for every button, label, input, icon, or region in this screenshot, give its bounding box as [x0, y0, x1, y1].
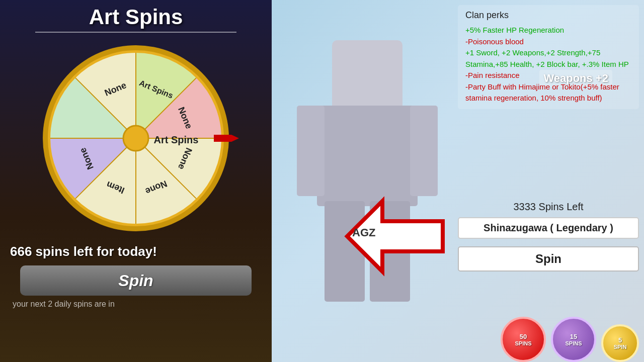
wheel-center — [123, 126, 148, 151]
page-title: Art Spins — [89, 5, 183, 29]
clan-name-display: Shinazugawa ( Legendary ) — [458, 217, 639, 239]
agz-label: AGZ — [352, 226, 375, 239]
segment-label-active: Art Spins — [154, 134, 199, 145]
right-panel: Weapons +2 Clan perks +5% Faster HP Rege… — [272, 0, 644, 362]
spin-tokens-container: 50 SPINS 15 SPINS 5 SPIN — [501, 317, 639, 362]
token-50-spins[interactable]: 50 SPINS — [501, 317, 546, 362]
wheel-svg: None Art Spins None None None Item None … — [40, 43, 231, 234]
clan-perks-title: Clan perks — [465, 10, 631, 21]
clan-perks-box: Clan perks +5% Faster HP Regeneration -P… — [458, 5, 639, 109]
perk-line-1: +5% Faster HP Regeneration — [465, 26, 564, 34]
char-arm-right — [410, 106, 438, 196]
left-panel: Art Spins — [0, 0, 272, 362]
perk-line-3: +1 Sword, +2 Weapons,+2 Strength,+75 Sta… — [465, 48, 629, 68]
char-arm-left — [297, 106, 325, 196]
token-5-text: SPIN — [614, 344, 627, 350]
token-50-label: 50 — [520, 333, 527, 340]
spin-wheel: None Art Spins None None None Item None … — [40, 43, 231, 234]
token-5-label: 5 — [618, 336, 622, 344]
token-15-label: 15 — [570, 333, 577, 340]
token-15-text: SPINS — [565, 340, 582, 346]
spins-left-text: 666 spins left for today! — [10, 244, 157, 259]
char-head — [332, 40, 403, 111]
perk-line-5: -Party Buff with Himajime or Tokito(+5% … — [465, 82, 619, 103]
perk-line-2: -Poisonous blood — [465, 37, 524, 46]
clan-perks-text: +5% Faster HP Regeneration -Poisonous bl… — [465, 25, 631, 104]
wheel-pointer — [214, 135, 239, 142]
daily-spins-text: your next 2 daily spins are in — [13, 300, 115, 309]
spin-button-right[interactable]: Spin — [458, 246, 639, 272]
token-15-spins[interactable]: 15 SPINS — [551, 317, 596, 362]
perk-line-4: -Pain resistance — [465, 71, 520, 79]
spins-left-label: 3333 Spins Left — [458, 201, 639, 213]
token-5-spins[interactable]: 5 SPIN — [601, 324, 639, 362]
title-divider — [35, 32, 236, 33]
clan-name-box: Shinazugawa ( Legendary ) — [458, 217, 639, 239]
token-50-text: SPINS — [515, 340, 531, 346]
spin-button[interactable]: Spin — [20, 265, 252, 296]
